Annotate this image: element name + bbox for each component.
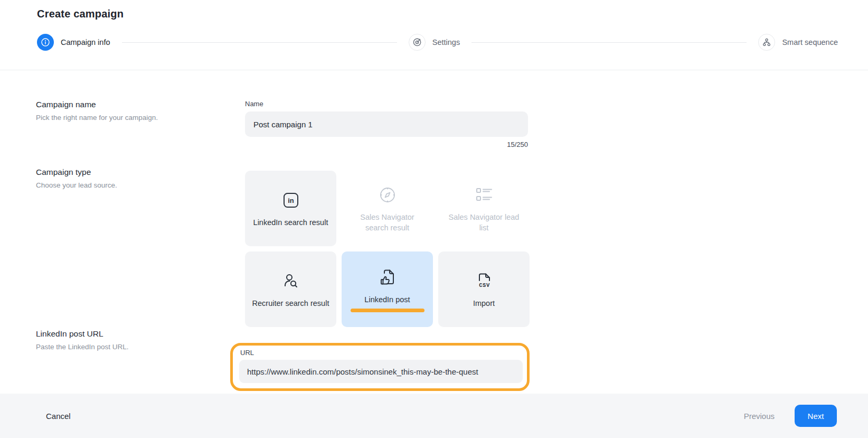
url-field-label: URL	[240, 349, 521, 357]
tile-label: Sales Navigator search result	[342, 212, 433, 233]
tile-label: LinkedIn search result	[247, 217, 335, 228]
step-label: Smart sequence	[782, 38, 838, 46]
next-button[interactable]: Next	[795, 405, 837, 427]
svg-text:in: in	[288, 197, 294, 204]
campaign-name-subtitle: Pick the right name for your campaign.	[36, 114, 219, 122]
post-url-input[interactable]	[239, 360, 523, 383]
campaign-name-section: Campaign name Pick the right name for yo…	[36, 100, 868, 148]
step-smart-sequence[interactable]: Smart sequence	[758, 34, 838, 51]
campaign-type-subtitle: Choose your lead source.	[36, 181, 219, 189]
page-title: Create campaign	[37, 8, 838, 20]
campaign-type-linkedin-post[interactable]: LinkedIn post	[342, 251, 433, 327]
header: Create campaign Campaign info	[0, 0, 868, 70]
campaign-type-sales-navigator-search-result[interactable]: Sales Navigator search result	[342, 171, 433, 246]
step-label: Campaign info	[61, 38, 110, 46]
tile-label: Sales Navigator lead list	[438, 212, 530, 233]
char-counter: 15/250	[245, 141, 528, 148]
post-url-title: LinkedIn post URL	[36, 329, 219, 339]
footer: Cancel Previous Next	[0, 394, 868, 438]
cancel-button[interactable]: Cancel	[46, 412, 71, 421]
step-campaign-info[interactable]: Campaign info	[37, 34, 110, 51]
post-url-subtitle: Paste the LinkedIn post URL.	[36, 343, 219, 351]
hierarchy-icon	[758, 34, 775, 51]
target-icon	[409, 34, 426, 51]
stepper-connector	[122, 42, 397, 43]
csv-file-icon: CSV	[475, 271, 494, 292]
tile-label: LinkedIn post	[358, 294, 416, 305]
main-content: Campaign name Pick the right name for yo…	[0, 100, 868, 391]
campaign-type-sales-navigator-lead-list[interactable]: Sales Navigator lead list	[438, 171, 530, 246]
lead-list-icon	[475, 184, 493, 206]
person-search-icon	[281, 271, 300, 292]
post-thumb-icon	[378, 267, 397, 288]
tile-label: Import	[467, 298, 501, 309]
campaign-type-recruiter-search-result[interactable]: Recruiter search result	[245, 251, 336, 327]
info-icon	[37, 34, 54, 51]
linkedin-icon: in	[281, 190, 300, 211]
compass-icon	[378, 184, 397, 206]
stepper-connector	[471, 42, 747, 43]
campaign-type-import[interactable]: CSV Import	[438, 251, 530, 327]
step-settings[interactable]: Settings	[409, 34, 460, 51]
svg-text:CSV: CSV	[479, 282, 490, 288]
campaign-type-title: Campaign type	[36, 167, 219, 177]
stepper: Campaign info Settings	[37, 34, 838, 51]
previous-button[interactable]: Previous	[744, 412, 775, 421]
campaign-name-input[interactable]	[245, 111, 528, 137]
campaign-type-linkedin-search-result[interactable]: in LinkedIn search result	[245, 171, 336, 246]
tile-label: Recruiter search result	[246, 298, 336, 309]
step-label: Settings	[432, 38, 460, 46]
post-url-section: LinkedIn post URL Paste the LinkedIn pos…	[36, 329, 868, 391]
campaign-name-title: Campaign name	[36, 100, 219, 109]
selected-underline	[351, 309, 424, 312]
name-field-label: Name	[245, 100, 551, 108]
url-highlight-box: URL	[230, 343, 530, 391]
campaign-type-grid: in LinkedIn search result Sales Navigato…	[245, 171, 551, 327]
campaign-type-section: Campaign type Choose your lead source. i…	[36, 167, 868, 327]
